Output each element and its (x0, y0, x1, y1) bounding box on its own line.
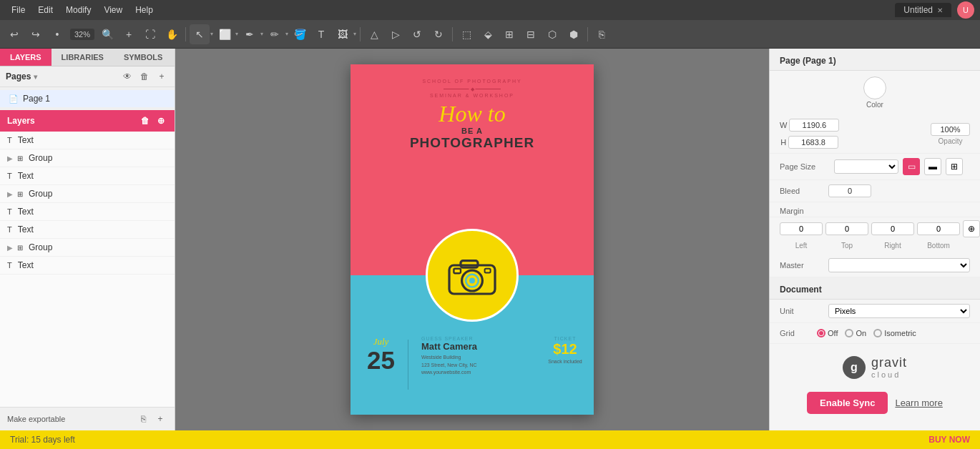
redo-button[interactable]: ↪ (26, 24, 46, 44)
learn-more-link[interactable]: Learn more (895, 398, 942, 408)
select-button[interactable]: ↖ (190, 24, 210, 44)
user-avatar[interactable]: U (957, 1, 974, 19)
expand-icon[interactable]: ▶ (7, 154, 13, 162)
undo2-button[interactable]: ↺ (407, 24, 427, 44)
menu-help[interactable]: Help (129, 4, 159, 16)
add-layer-icon[interactable]: ⊕ (155, 114, 167, 127)
margin-link-icon[interactable]: ⊕ (963, 220, 980, 237)
group1-button[interactable]: ⬚ (456, 24, 476, 44)
transform1-button[interactable]: △ (364, 24, 384, 44)
expand-icon[interactable]: ▶ (7, 244, 13, 252)
layer-item[interactable]: T Text (0, 167, 175, 185)
speaker-address: Westside Building 123 Street, New City, … (421, 354, 540, 377)
layers-title: Layers (7, 116, 35, 126)
layer-item[interactable]: T Text (0, 203, 175, 221)
menu-modify[interactable]: Modify (60, 4, 97, 16)
dot-button[interactable]: • (47, 24, 67, 44)
canvas-area[interactable]: SCHOOL OF PHOTOGRAPHY SEMINAR & WORKSHOP… (175, 49, 769, 430)
select-tool-group[interactable]: ↖ ▾ (190, 24, 213, 44)
image-tool-group[interactable]: 🖼 ▾ (333, 24, 356, 44)
margin-bottom-input[interactable] (917, 222, 960, 235)
unit-select[interactable]: Pixels (828, 304, 970, 318)
align1-button[interactable]: ⊞ (499, 24, 519, 44)
opacity-input[interactable] (931, 123, 970, 136)
tab-layers[interactable]: LAYERS (0, 49, 52, 66)
expand-button[interactable]: ⛶ (140, 24, 160, 44)
zoom-in-button[interactable]: 🔍 (97, 24, 117, 44)
redo2-button[interactable]: ↻ (428, 24, 449, 44)
grid-on-radio[interactable]: On (845, 329, 866, 337)
margin-right-input[interactable] (871, 222, 914, 235)
menu-file[interactable]: File (6, 4, 31, 16)
fill-button[interactable]: 🪣 (290, 24, 310, 44)
expand-icon[interactable]: ▶ (7, 190, 13, 198)
shape-button[interactable]: ⬜ (215, 24, 235, 44)
text-type-icon: T (7, 261, 12, 270)
grid-icon[interactable]: ⊞ (946, 158, 963, 175)
layer-item[interactable]: ▶ ⊞ Group (0, 149, 175, 167)
date-day: 25 (367, 347, 395, 372)
layer-name: Text (18, 171, 34, 181)
undo-button[interactable]: ↩ (4, 24, 24, 44)
document-tab[interactable]: Untitled ✕ (895, 3, 951, 17)
trial-bar: Trial: 15 days left BUY NOW (0, 430, 980, 449)
tab-libraries[interactable]: LIBRARIES (52, 49, 114, 66)
layer-item[interactable]: ▶ ⊞ Group (0, 185, 175, 203)
plus-button[interactable]: + (119, 24, 139, 44)
pages-dropdown-icon[interactable]: ▾ (34, 73, 37, 81)
menu-view[interactable]: View (98, 4, 128, 16)
pencil-tool-group[interactable]: ✏ ▾ (265, 24, 288, 44)
shape-tool-group[interactable]: ⬜ ▾ (215, 24, 238, 44)
enable-sync-button[interactable]: Enable Sync (807, 392, 888, 414)
image-button[interactable]: 🖼 (333, 24, 353, 44)
page-add-icon[interactable]: + (155, 69, 169, 84)
layer-item[interactable]: ▶ ⊞ Group (0, 239, 175, 257)
layer-name: Text (18, 207, 34, 217)
grid-off-radio[interactable]: Off (817, 329, 838, 337)
page-item[interactable]: 📄 Page 1 (0, 90, 175, 107)
margin-left-input[interactable] (780, 222, 823, 235)
transform2-button[interactable]: ▷ (386, 24, 406, 44)
buy-now-button[interactable]: BUY NOW (928, 435, 970, 445)
portrait-icon[interactable]: ▭ (903, 158, 920, 175)
layers-section: Layers 🗑 ⊕ T Text ▶ ⊞ Group (0, 110, 175, 407)
page-size-select[interactable] (834, 159, 898, 174)
text-button[interactable]: T (311, 24, 331, 44)
export-button[interactable]: ⎘ (592, 24, 612, 44)
grid-isometric-radio[interactable]: Isometric (873, 329, 916, 337)
landscape-icon[interactable]: ▬ (924, 158, 941, 175)
ticket-price: $12 (547, 341, 583, 357)
layer-item[interactable]: T Text (0, 257, 175, 275)
margin-inputs-row: ⊕ (770, 217, 980, 240)
pen-button[interactable]: ✒ (240, 24, 260, 44)
pan-button[interactable]: ✋ (162, 24, 182, 44)
export-options-icon[interactable]: ⎘ (136, 412, 150, 426)
pages-label[interactable]: Pages ▾ (6, 71, 37, 82)
menu-edit[interactable]: Edit (32, 4, 59, 16)
text-tool-group[interactable]: T (311, 24, 331, 44)
menu-bar: File Edit Modify View Help Untitled ✕ U (0, 0, 980, 20)
page-visibility-icon[interactable]: 👁 (120, 69, 134, 84)
pen-tool-group[interactable]: ✒ ▾ (240, 24, 263, 44)
date-section: July 25 (361, 336, 401, 372)
height-input[interactable] (788, 136, 838, 149)
width-input[interactable] (789, 119, 839, 132)
layer-item[interactable]: T Text (0, 221, 175, 239)
pencil-button[interactable]: ✏ (265, 24, 285, 44)
dimensions-row: W H Opacity (770, 114, 980, 154)
page-delete-icon[interactable]: 🗑 (137, 69, 152, 84)
master-select[interactable] (828, 258, 970, 272)
export-add-icon[interactable]: + (153, 412, 167, 426)
layer-item[interactable]: T Text (0, 132, 175, 149)
align2-button[interactable]: ⊟ (521, 24, 541, 44)
color-swatch[interactable] (863, 77, 886, 99)
frame-button[interactable]: ⬢ (564, 24, 584, 44)
text-type-icon: T (7, 172, 12, 180)
bleed-input[interactable] (828, 184, 871, 197)
mask-button[interactable]: ⬡ (542, 24, 562, 44)
tab-symbols[interactable]: SYMBOLS (114, 49, 172, 66)
tab-close-icon[interactable]: ✕ (937, 6, 943, 14)
margin-top-input[interactable] (825, 222, 868, 235)
delete-layer-icon[interactable]: 🗑 (139, 114, 152, 127)
group2-button[interactable]: ⬙ (478, 24, 498, 44)
